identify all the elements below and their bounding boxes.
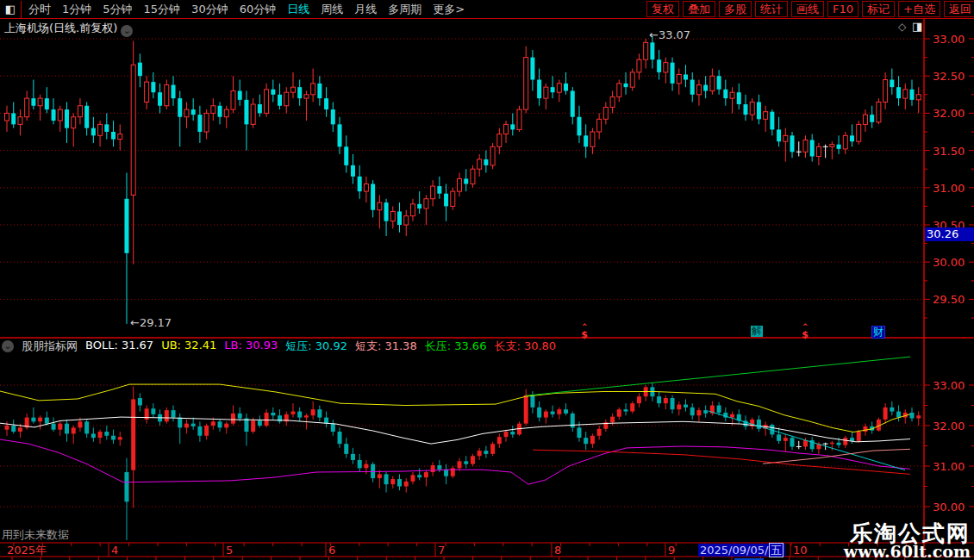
svg-text:31.00: 31.00: [933, 460, 965, 473]
toolbar-button[interactable]: 返回: [944, 1, 974, 17]
toolbar-button[interactable]: 复权: [646, 1, 679, 17]
svg-text:7: 7: [438, 544, 445, 557]
period-menu-item[interactable]: 60分钟: [240, 1, 277, 18]
indicator-value: 长压: 33.66: [425, 339, 487, 354]
svg-text:6: 6: [328, 544, 335, 557]
period-menu-item[interactable]: 日线: [287, 1, 309, 18]
svg-text:10: 10: [793, 544, 808, 557]
weekday-label: 五: [769, 543, 784, 557]
svg-text:4: 4: [111, 544, 118, 557]
indicator-values: BOLL: 31.67UB: 32.41LB: 30.93短压: 30.92短支…: [85, 339, 556, 354]
toolbar-button[interactable]: 统计: [755, 1, 788, 17]
svg-text:29.50: 29.50: [933, 293, 965, 306]
indicator-value: 短支: 31.38: [355, 339, 417, 354]
dollar-marker[interactable]: ^$: [579, 326, 590, 340]
low-annotation: ←29.17: [130, 316, 172, 329]
svg-text:32.50: 32.50: [933, 70, 965, 83]
indicator-value: 长支: 30.80: [494, 339, 556, 354]
date-highlight: 2025/09/05/五: [698, 544, 785, 557]
toolbar-buttons: 复权叠加多股统计画线F10标记+自选返回: [646, 0, 974, 18]
toolbar-button[interactable]: 标记: [862, 1, 895, 17]
diamond-icon[interactable]: ◇: [898, 21, 906, 33]
svg-text:2025年: 2025年: [7, 544, 47, 557]
svg-text:31.00: 31.00: [933, 182, 965, 195]
pane-icon[interactable]: ◨: [912, 20, 922, 33]
dollar-marker[interactable]: ^$: [800, 326, 810, 340]
svg-text:9: 9: [668, 544, 675, 557]
price-chart[interactable]: 33.0032.5032.0031.5031.0030.5030.0029.50…: [0, 0, 974, 560]
svg-text:30.00: 30.00: [933, 501, 965, 513]
high-annotation: ←33.07: [649, 28, 690, 41]
period-menu-item[interactable]: 1分钟: [62, 1, 91, 18]
indicator-legend: ⌄ 股朋指标网 BOLL: 31.67UB: 32.41LB: 30.93短压:…: [2, 339, 556, 353]
indicator-value: LB: 30.93: [224, 339, 278, 354]
jie-badge[interactable]: 解: [751, 326, 763, 337]
cai-badge[interactable]: 财: [871, 326, 885, 339]
layout-pane-icon[interactable]: ◧: [0, 1, 22, 18]
chevron-down-icon[interactable]: ⌄: [121, 25, 133, 37]
topbar: ◧ 分时1分钟5分钟15分钟30分钟60分钟日线周线月线多周期更多> 复权叠加多…: [0, 0, 974, 19]
period-menu-item[interactable]: 更多>: [433, 1, 465, 18]
svg-text:32.00: 32.00: [933, 420, 965, 432]
app-window: 33.0032.5032.0031.5031.0030.5030.0029.50…: [0, 0, 974, 560]
svg-text:31.50: 31.50: [933, 145, 965, 158]
chart-title-row: 上海机场(日线.前复权) ⌄ ◇ ◨: [0, 19, 974, 35]
chevron-down-icon[interactable]: ⌄: [2, 340, 14, 352]
stock-title: 上海机场(日线.前复权) ⌄: [4, 21, 133, 37]
indicator-value: 短压: 30.92: [285, 339, 347, 354]
svg-text:30.00: 30.00: [933, 256, 965, 269]
future-data-note: 用到未来数据: [2, 527, 69, 543]
watermark-url: www.60lt.com: [844, 542, 971, 560]
svg-text:5: 5: [226, 544, 233, 557]
toolbar-button[interactable]: 多股: [719, 1, 752, 17]
period-menu: 分时1分钟5分钟15分钟30分钟60分钟日线周线月线多周期更多>: [22, 1, 465, 18]
last-price-tag: 30.26: [925, 227, 974, 241]
period-menu-item[interactable]: 30分钟: [191, 1, 228, 18]
svg-text:33.00: 33.00: [933, 379, 965, 392]
period-menu-item[interactable]: 多周期: [388, 1, 421, 18]
period-menu-item[interactable]: 15分钟: [144, 1, 181, 18]
indicator-name: 股朋指标网: [22, 339, 78, 354]
indicator-value: BOLL: 31.67: [85, 339, 153, 354]
period-menu-item[interactable]: 周线: [321, 1, 343, 18]
svg-text:32.00: 32.00: [933, 107, 965, 120]
period-menu-item[interactable]: 5分钟: [103, 1, 132, 18]
toolbar-button[interactable]: +自选: [898, 1, 940, 17]
svg-text:8: 8: [554, 544, 561, 557]
toolbar-button[interactable]: F10: [827, 1, 858, 17]
toolbar-button[interactable]: 画线: [791, 1, 824, 17]
period-menu-item[interactable]: 分时: [28, 1, 51, 18]
indicator-value: UB: 32.41: [161, 339, 216, 354]
toolbar-button[interactable]: 叠加: [683, 1, 715, 17]
period-menu-item[interactable]: 月线: [354, 1, 377, 18]
